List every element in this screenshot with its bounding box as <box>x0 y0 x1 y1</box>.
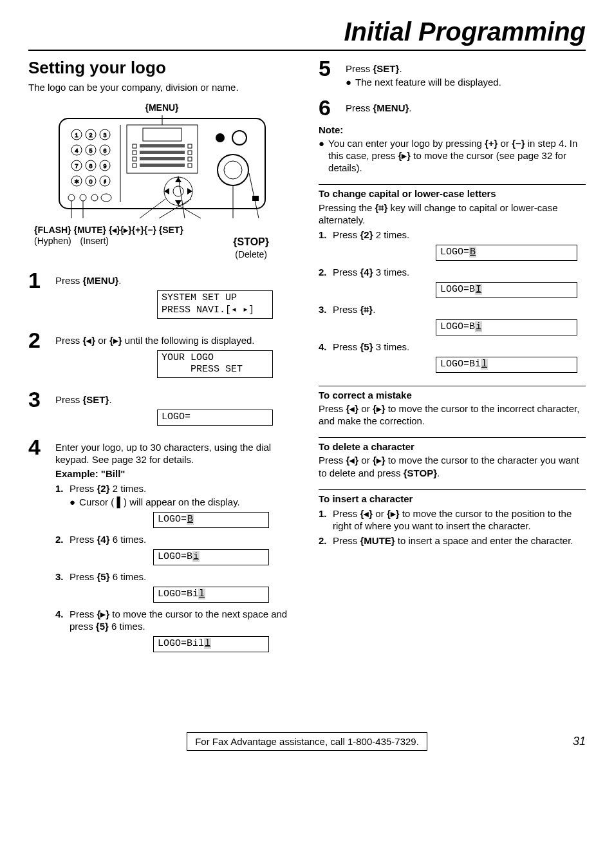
svg-point-48 <box>218 155 248 185</box>
svg-text:2: 2 <box>89 132 92 138</box>
s4s2-key: {4} <box>97 534 110 545</box>
s4s4-c: 6 times. <box>109 621 145 632</box>
step-num-6: 6 <box>319 97 346 118</box>
svg-rect-42 <box>188 157 192 161</box>
svg-rect-37 <box>133 151 136 155</box>
s4s1-bullet: Cursor ( ▌) will appear on the display. <box>79 496 240 508</box>
svg-line-57 <box>178 176 185 218</box>
cap-sub1: 1. Press {2} 2 times. LOGO=B <box>319 229 586 263</box>
svg-text:0: 0 <box>89 178 92 185</box>
legend-hyphen: (Hyphen) <box>34 236 71 247</box>
svg-rect-31 <box>143 128 181 141</box>
svg-point-49 <box>224 161 242 179</box>
svg-rect-32 <box>140 144 185 147</box>
step4-sub2: 2. Press {4} 6 times. LOGO=Bi <box>55 533 295 568</box>
step-4: 4 Enter your logo, up to 30 characters, … <box>28 436 295 655</box>
step-2: 2 Press {◂} or {▸} until the following i… <box>28 329 295 381</box>
cap-text: Pressing the {⌗} key will change to capi… <box>319 202 586 226</box>
step5-a: Press <box>346 63 373 74</box>
svg-text:5: 5 <box>89 147 92 154</box>
step2-key2: {▸} <box>109 335 122 346</box>
svg-rect-35 <box>140 164 185 167</box>
svg-point-46 <box>216 133 225 142</box>
step3-lcd: LOGO= <box>157 410 273 426</box>
section-intro: The logo can be your company, division o… <box>28 81 295 93</box>
s4s2-b: 6 times. <box>110 534 147 545</box>
cap-sub3: 3. Press {⌗}. LOGO=Bi <box>319 303 586 338</box>
insert-sub1: 1. Press {◂} or {▸} to move the cursor t… <box>319 507 586 532</box>
legend-insert: (Insert) <box>80 236 109 247</box>
svg-rect-36 <box>133 144 136 148</box>
note-text: You can enter your logo by pressing {+} … <box>328 137 586 175</box>
device-illustration: 1 2 3 4 5 6 7 8 9 ∗ 0 ♯ <box>56 115 268 225</box>
svg-text:3: 3 <box>103 132 106 138</box>
svg-point-25 <box>68 194 75 201</box>
step-5: 5 Press {SET}. ●The next feature will be… <box>319 57 586 88</box>
svg-text:♯: ♯ <box>104 178 106 185</box>
step-6: 6 Press {MENU}. <box>319 97 586 118</box>
s4s1-b: 2 times. <box>110 483 147 494</box>
s4s4-lcd: LOGO=Bill <box>153 636 269 652</box>
s4s4-key1: {▸} <box>97 609 110 619</box>
s4s1-lcd: LOGO=B <box>153 512 269 528</box>
footer-box: For Fax Advantage assistance, call 1-800… <box>187 732 427 751</box>
delete-text: Press {◂} or {▸} to move the cursor to t… <box>319 454 586 478</box>
cap-sub4: 4. Press {5} 3 times. LOGO=Bil <box>319 341 586 375</box>
step1-lcd: SYSTEM SET UP PRESS NAVI.[◂ ▸] <box>157 290 273 319</box>
svg-point-28 <box>101 194 111 202</box>
step3-text-b: . <box>109 394 111 405</box>
cap-head: To change capital or lower-case letters <box>319 187 586 200</box>
insert-sub2: 2. Press {MUTE} to insert a space and en… <box>319 534 586 547</box>
step1-text-b: . <box>118 275 121 286</box>
svg-text:1: 1 <box>75 132 78 138</box>
step-num-4: 4 <box>28 436 55 458</box>
right-column: 5 Press {SET}. ●The next feature will be… <box>319 57 586 655</box>
left-column: Setting your logo The logo can be your c… <box>28 57 295 655</box>
menu-label: {MENU} <box>145 102 178 113</box>
svg-point-47 <box>232 131 247 145</box>
cap2-lcd: LOGO=BI <box>436 282 577 298</box>
correct-head: To correct a mistake <box>319 389 586 401</box>
step-num-2: 2 <box>28 329 55 351</box>
legend-main: {FLASH} {MUTE} {◂}{▸}{+}{−} {SET} <box>34 225 295 236</box>
step2-lcd: YOUR LOGO PRESS SET <box>157 350 273 379</box>
s4s3-a: Press <box>70 571 97 582</box>
svg-text:6: 6 <box>103 147 106 154</box>
svg-text:8: 8 <box>89 163 92 169</box>
delete-head: To delete a character <box>319 440 586 453</box>
s4s4-key2: {5} <box>96 621 109 632</box>
step-num-1: 1 <box>28 269 55 291</box>
svg-text:9: 9 <box>103 163 106 169</box>
step6-a: Press <box>346 102 373 113</box>
svg-point-26 <box>80 194 86 201</box>
step4-sub4: 4. Press {▸} to move the cursor to the n… <box>55 608 295 655</box>
svg-rect-50 <box>252 196 259 201</box>
footer: For Fax Advantage assistance, call 1-800… <box>28 732 586 751</box>
svg-rect-39 <box>133 164 136 167</box>
step3-key: {SET} <box>83 394 109 405</box>
svg-rect-41 <box>188 151 192 155</box>
step5-b: . <box>399 63 402 74</box>
step5-key: {SET} <box>373 63 400 74</box>
legend-stop: {STOP} <box>233 236 269 249</box>
step-num-3: 3 <box>28 388 55 410</box>
page-number: 31 <box>573 734 586 749</box>
step4-text: Enter your logo, up to 30 characters, us… <box>55 441 295 466</box>
step2-text-b: until the following is displayed. <box>122 335 255 346</box>
correct-text: Press {◂} or {▸} to move the cursor to t… <box>319 402 586 427</box>
step4-sub3: 3. Press {5} 6 times. LOGO=Bil <box>55 571 295 605</box>
svg-text:7: 7 <box>75 163 78 169</box>
step2-text-a: Press <box>55 335 83 346</box>
note-label: Note: <box>319 124 586 136</box>
section-heading: Setting your logo <box>28 57 295 79</box>
svg-text:4: 4 <box>75 147 78 154</box>
svg-line-58 <box>178 205 201 218</box>
step1-key: {MENU} <box>83 275 119 286</box>
page-title: Initial Programming <box>28 15 586 51</box>
step2-key1: {◂} <box>83 335 96 346</box>
s4s4-a: Press <box>70 609 97 619</box>
s4s3-key: {5} <box>97 571 110 582</box>
legend-keys: {FLASH} {MUTE} {◂}{▸}{+}{−} {SET} <box>34 225 183 235</box>
s4s3-b: 6 times. <box>110 571 147 582</box>
cap-sub2: 2. Press {4} 3 times. LOGO=BI <box>319 266 586 301</box>
